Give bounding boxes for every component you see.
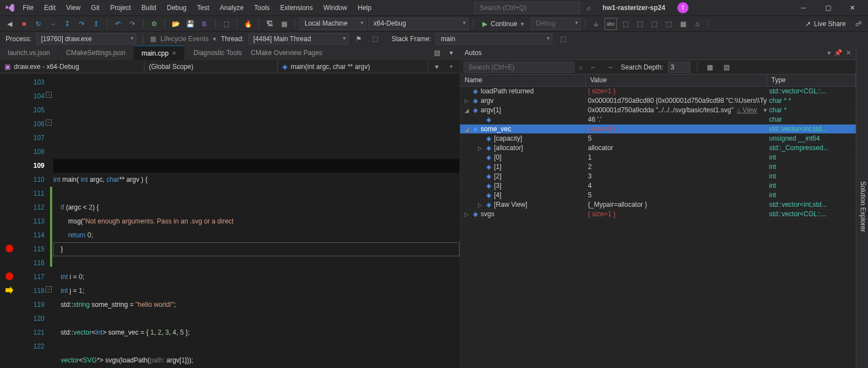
brush-icon[interactable]: ⬚	[220, 18, 232, 30]
autos-row[interactable]: ▷◈[allocator]allocatorstd::_Compressed..…	[460, 143, 856, 153]
menu-extensions[interactable]: Extensions	[275, 2, 318, 14]
tool-icon-7[interactable]: ▦	[677, 18, 689, 30]
autos-row[interactable]: ◈loadPath returned{ size=1 }std::vector<…	[460, 87, 856, 96]
breakpoint-icon[interactable]	[6, 245, 13, 252]
search-icon[interactable]: ⌕	[582, 2, 595, 14]
stack-dropdown[interactable]: main	[436, 33, 552, 44]
menu-test[interactable]: Test	[192, 2, 214, 14]
tool-icon-6[interactable]: ⬚	[662, 18, 675, 30]
step-into-icon[interactable]: ↧	[61, 18, 73, 30]
nav-scope-dropdown[interactable]: (Global Scope)	[144, 60, 278, 73]
code-area[interactable]: 1031041051061071081091101111121131141151…	[0, 73, 460, 368]
hot-reload-icon[interactable]: 🔥	[242, 18, 254, 30]
expand-icon[interactable]: ◢	[464, 107, 470, 113]
menu-debug[interactable]: Debug	[162, 2, 191, 14]
menu-file[interactable]: File	[18, 2, 38, 14]
tool-icon-4[interactable]: ⬚	[633, 18, 646, 30]
autos-row[interactable]: ▷◈svgs{ size=1 }std::vector<CGL::...	[460, 210, 856, 219]
nav-forward-icon[interactable]: →	[47, 18, 59, 30]
step-out-icon[interactable]: ↥	[90, 18, 102, 30]
thread-dropdown[interactable]: [4484] Main Thread	[248, 33, 348, 44]
expand-icon[interactable]: ▷	[477, 202, 483, 208]
col-type[interactable]: Type	[767, 74, 856, 86]
menu-analyze[interactable]: Analyze	[215, 2, 249, 14]
autos-row[interactable]: ◈[1]2int	[460, 162, 856, 172]
autos-row[interactable]: ▷◈argv0x000001d750a9cd80 {0x000001d750a9…	[460, 96, 856, 106]
menu-build[interactable]: Build	[137, 2, 162, 14]
menu-git[interactable]: Git	[86, 2, 104, 14]
close-icon[interactable]: ×	[172, 49, 176, 57]
close-button[interactable]: ✕	[840, 0, 865, 16]
stop-icon[interactable]: ■	[18, 18, 30, 30]
expand-icon[interactable]: ▷	[464, 98, 470, 104]
autos-row[interactable]: ◈[2]3int	[460, 172, 856, 181]
expand-icon[interactable]: ▷	[477, 145, 483, 151]
refresh-icon[interactable]: ↻	[32, 18, 44, 30]
tab-cmakesettings[interactable]: CMakeSettings.json	[58, 46, 134, 60]
search-input[interactable]	[475, 2, 580, 14]
fold-icon[interactable]: −	[46, 92, 52, 98]
autos-row[interactable]: ◈[capacity]5unsigned __int64	[460, 134, 856, 143]
tool-icon-1[interactable]: ⫝	[590, 18, 602, 30]
machine-dropdown[interactable]: Local Machine	[300, 18, 366, 30]
autos-row[interactable]: ◈[4]5int	[460, 191, 856, 200]
view-icon-2[interactable]: ▧	[721, 61, 733, 73]
tool-icon-2[interactable]: abc	[605, 18, 617, 30]
close-icon[interactable]: ✕	[846, 49, 851, 57]
autos-search-input[interactable]	[463, 62, 575, 73]
tool-icon-3[interactable]: ⬚	[619, 18, 631, 30]
menu-project[interactable]: Project	[105, 2, 136, 14]
view-link[interactable]: ⌕ View	[737, 106, 757, 114]
autos-row[interactable]: ◢◈argv[1]0x000001d750a9cdda "../../../sv…	[460, 106, 856, 115]
undo-icon[interactable]: ↶	[112, 18, 124, 30]
search-depth-input[interactable]	[668, 62, 690, 73]
lifecycle-label[interactable]: Lifecycle Events	[161, 35, 209, 43]
pin-icon[interactable]: 📌	[834, 49, 842, 57]
col-name[interactable]: Name	[460, 74, 586, 86]
autos-row[interactable]: ◈46 '.'char	[460, 115, 856, 125]
tab-diagnostic[interactable]: Diagnostic Tools	[193, 49, 242, 57]
nav-func-dropdown[interactable]: ◈main(int argc, char ** argv)	[278, 60, 428, 73]
step-over-icon[interactable]: ↷	[76, 18, 88, 30]
menu-help[interactable]: Help	[353, 2, 377, 14]
code-content[interactable]: − − − int main( int argc, char** argv ) …	[53, 73, 460, 368]
threads-icon[interactable]: ⬚	[370, 33, 382, 45]
live-share-button[interactable]: ↗ Live Share	[801, 20, 850, 28]
stack-icon[interactable]: ⬚	[557, 33, 569, 45]
preview-icon[interactable]: ▤	[431, 47, 443, 59]
continue-button[interactable]: ▶ Continue ▾	[478, 18, 528, 30]
view-icon-1[interactable]: ▦	[704, 61, 716, 73]
minimize-button[interactable]: ─	[791, 0, 816, 16]
lifecycle-icon[interactable]: ▦	[150, 35, 156, 43]
fold-icon[interactable]: −	[46, 120, 52, 126]
feedback-icon[interactable]: ☍	[852, 18, 865, 30]
autos-row[interactable]: ▷◈[Raw View]{_Mypair=allocator }std::vec…	[460, 200, 856, 210]
menu-edit[interactable]: Edit	[39, 2, 61, 14]
split-icon[interactable]: ▾	[431, 61, 443, 73]
config-dropdown[interactable]: x64-Debug	[368, 18, 468, 30]
configure-icon[interactable]: ⚙	[148, 18, 160, 30]
menu-view[interactable]: View	[61, 2, 86, 14]
tab-cmake-overview[interactable]: CMake Overview Pages	[251, 49, 322, 57]
redo-icon[interactable]: ↷	[126, 18, 138, 30]
nav-back-icon[interactable]: ◀	[3, 18, 16, 30]
menu-window[interactable]: Window	[318, 2, 352, 14]
autos-row[interactable]: ◢◈some_vec{ size=5 }std::vector<int,std.…	[460, 125, 856, 134]
layout-icon[interactable]: ▦	[278, 18, 290, 30]
autos-row[interactable]: ◈[3]4int	[460, 181, 856, 191]
col-value[interactable]: Value	[586, 74, 767, 86]
dropdown-icon[interactable]: ▾	[445, 47, 457, 59]
expand-icon[interactable]: ◢	[464, 126, 470, 132]
tab-launch-json[interactable]: launch.vs.json	[0, 46, 58, 60]
add-icon[interactable]: ＋	[445, 61, 457, 73]
menu-tools[interactable]: Tools	[249, 2, 275, 14]
nav-prev-icon[interactable]: ←	[587, 61, 600, 73]
tab-main-cpp[interactable]: main.cpp×	[134, 46, 184, 60]
save-all-icon[interactable]: 🗎	[198, 18, 211, 30]
save-icon[interactable]: 💾	[184, 18, 196, 30]
dropdown-icon[interactable]: ▾	[827, 49, 831, 57]
process-dropdown[interactable]: [19760] draw.exe	[36, 33, 136, 44]
debug-dropdown[interactable]: Debug	[531, 18, 581, 30]
breakpoint-icon[interactable]	[6, 272, 13, 280]
expand-icon[interactable]: ▷	[464, 211, 470, 217]
